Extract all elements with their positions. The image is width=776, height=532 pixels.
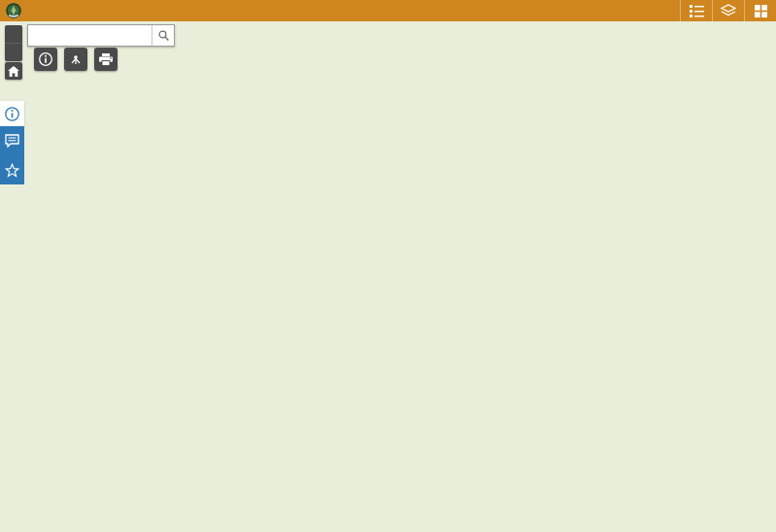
share-icon[interactable]	[64, 48, 87, 71]
info-icon[interactable]	[34, 48, 57, 71]
comment-icon	[5, 134, 19, 148]
basemap-graphics	[0, 21, 776, 532]
side-panel-tabs	[0, 101, 24, 184]
layers-icon[interactable]	[712, 0, 744, 21]
about-tab[interactable]	[0, 101, 24, 126]
forestry-logo-icon	[6, 3, 21, 18]
zoom-in-button[interactable]	[5, 25, 22, 43]
search-input[interactable]	[28, 30, 152, 41]
home-button[interactable]	[5, 62, 22, 80]
basemap-gallery-icon[interactable]	[744, 0, 776, 21]
app-header	[0, 0, 776, 21]
info-circle-icon	[5, 107, 19, 121]
print-icon[interactable]	[94, 48, 118, 71]
comments-tab[interactable]	[0, 126, 24, 155]
map-toolbar	[34, 48, 118, 71]
legend-list-icon[interactable]	[680, 0, 712, 21]
zoom-out-button[interactable]	[5, 43, 22, 61]
zoom-control	[5, 25, 22, 61]
search-icon[interactable]	[152, 25, 174, 46]
geocoder-search	[27, 24, 175, 47]
star-icon	[5, 163, 19, 178]
header-toolbar	[680, 0, 776, 21]
map-canvas[interactable]	[0, 21, 776, 532]
bookmarks-tab[interactable]	[0, 155, 24, 184]
